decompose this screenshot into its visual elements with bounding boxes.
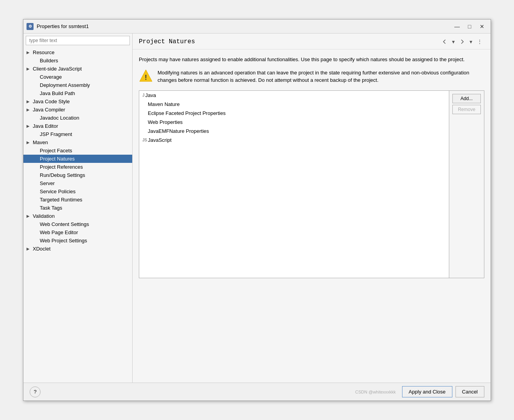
sidebar-item-label: Java Editor: [33, 123, 58, 129]
sidebar-item-label: Java Code Style: [33, 99, 70, 104]
main-window: ⚙ Properties for ssmtest1 — □ ✕ ▶Resourc…: [23, 19, 491, 401]
sidebar-item-run-debug-settings[interactable]: Run/Debug Settings: [23, 171, 132, 179]
sidebar-item-resource[interactable]: ▶Resource: [23, 48, 132, 56]
sidebar-item-java-code-style[interactable]: ▶Java Code Style: [23, 97, 132, 106]
bottom-bar: ? CSDN @whitexxxkkk Apply and Close Canc…: [23, 383, 491, 401]
sidebar-item-xdoclet[interactable]: ▶XDoclet: [23, 245, 132, 253]
expand-arrow: ▶: [27, 247, 32, 251]
sidebar-item-java-compiler[interactable]: ▶Java Compiler: [23, 106, 132, 114]
sidebar-item-java-build-path[interactable]: Java Build Path: [23, 89, 132, 97]
window-title: Properties for ssmtest1: [37, 23, 452, 29]
warning-triangle-svg: !: [139, 69, 153, 83]
nature-item-javascript[interactable]: JSJavaScript: [139, 136, 449, 145]
sidebar-item-targeted-runtimes[interactable]: Targeted Runtimes: [23, 196, 132, 204]
cancel-button[interactable]: Cancel: [456, 386, 484, 397]
more-options-button[interactable]: ⋮: [475, 37, 484, 46]
sidebar-item-validation[interactable]: ▶Validation: [23, 212, 132, 220]
sidebar-item-label: Validation: [33, 213, 55, 219]
sidebar-item-label: Coverage: [40, 74, 62, 80]
nature-item-java[interactable]: JJava: [139, 91, 449, 100]
sidebar: ▶Resource Builders▶Client-side JavaScrip…: [23, 34, 133, 383]
expand-arrow: ▶: [27, 124, 32, 128]
sidebar-item-label: Targeted Runtimes: [40, 197, 82, 203]
sidebar-item-label: Project Facets: [40, 148, 72, 154]
main-panel: Project Natures ▾ ▾ ⋮: [133, 34, 491, 383]
sidebar-item-label: XDoclet: [33, 246, 51, 252]
nature-item-web-properties[interactable]: Web Properties: [139, 118, 449, 127]
sidebar-item-label: Java Compiler: [33, 107, 65, 113]
content-area: ▶Resource Builders▶Client-side JavaScrip…: [23, 34, 491, 383]
sidebar-item-web-project-settings[interactable]: Web Project Settings: [23, 236, 132, 245]
sidebar-item-client-side-js[interactable]: ▶Client-side JavaScript: [23, 65, 132, 73]
warning-text: Modifying natures is an advanced operati…: [158, 69, 484, 84]
panel-content: Projects may have natures assigned to en…: [133, 49, 491, 383]
back-button[interactable]: [440, 38, 449, 46]
svg-text:!: !: [145, 74, 147, 81]
sidebar-item-maven[interactable]: ▶Maven: [23, 138, 132, 146]
nature-label: Web Properties: [148, 119, 183, 125]
watermark: CSDN @whitexxxkkk: [44, 389, 399, 395]
expand-arrow: ▶: [27, 50, 32, 55]
help-button[interactable]: ?: [30, 386, 41, 397]
sidebar-item-label: Web Page Editor: [40, 229, 78, 235]
minimize-button[interactable]: —: [452, 22, 463, 31]
sidebar-item-project-natures[interactable]: Project Natures: [23, 155, 132, 163]
nature-item-maven-nature[interactable]: Maven Nature: [139, 100, 449, 109]
natures-container: JJavaMaven NatureEclipse Faceted Project…: [139, 90, 484, 278]
forward-icon: [459, 39, 465, 44]
add-nature-button[interactable]: Add...: [452, 94, 481, 103]
sidebar-item-label: Maven: [33, 139, 48, 145]
window-icon: ⚙: [27, 23, 34, 30]
sidebar-item-service-policies[interactable]: Service Policies: [23, 187, 132, 196]
natures-list: JJavaMaven NatureEclipse Faceted Project…: [139, 91, 449, 278]
sidebar-item-web-page-editor[interactable]: Web Page Editor: [23, 228, 132, 236]
forward-button[interactable]: [457, 38, 467, 46]
title-bar: ⚙ Properties for ssmtest1 — □ ✕: [23, 19, 491, 34]
sidebar-item-web-content-settings[interactable]: Web Content Settings: [23, 220, 132, 228]
expand-arrow: ▶: [27, 67, 32, 71]
sidebar-item-task-tags[interactable]: Task Tags: [23, 204, 132, 212]
tree-area: ▶Resource Builders▶Client-side JavaScrip…: [23, 48, 132, 383]
nature-prefix: J: [142, 93, 145, 97]
sidebar-item-jsp-fragment[interactable]: JSP Fragment: [23, 130, 132, 138]
nature-label: JavaScript: [148, 137, 172, 143]
warning-box: ! Modifying natures is an advanced opera…: [139, 69, 484, 84]
filter-input[interactable]: [26, 36, 130, 45]
nav-controls: ▾ ▾ ⋮: [440, 37, 484, 46]
sidebar-item-java-editor[interactable]: ▶Java Editor: [23, 122, 132, 130]
back-dropdown-button[interactable]: ▾: [450, 37, 457, 46]
window-controls: — □ ✕: [452, 22, 487, 31]
nature-label: JavaEMFNature Properties: [148, 128, 209, 134]
nature-item-eclipse-faceted[interactable]: Eclipse Faceted Project Properties: [139, 109, 449, 118]
sidebar-item-label: Java Build Path: [40, 90, 75, 96]
nature-item-java-emf[interactable]: JavaEMFNature Properties: [139, 127, 449, 136]
expand-arrow: ▶: [27, 214, 32, 218]
sidebar-item-project-references[interactable]: Project References: [23, 163, 132, 171]
sidebar-item-coverage[interactable]: Coverage: [23, 73, 132, 81]
sidebar-item-project-facets[interactable]: Project Facets: [23, 146, 132, 155]
sidebar-item-label: Deployment Assembly: [40, 82, 90, 88]
forward-dropdown-button[interactable]: ▾: [468, 37, 474, 46]
sidebar-item-label: Project References: [40, 164, 83, 170]
sidebar-item-label: Javadoc Location: [40, 115, 79, 121]
sidebar-item-server[interactable]: Server: [23, 179, 132, 187]
remove-nature-button[interactable]: Remove: [452, 105, 481, 114]
sidebar-item-label: Builders: [40, 58, 58, 64]
back-icon: [442, 39, 447, 44]
sidebar-item-label: Resource: [33, 49, 55, 55]
sidebar-item-label: Web Content Settings: [40, 221, 89, 227]
sidebar-item-label: Web Project Settings: [40, 238, 87, 244]
sidebar-item-builders[interactable]: Builders: [23, 56, 132, 65]
expand-arrow: ▶: [27, 108, 32, 112]
panel-header: Project Natures ▾ ▾ ⋮: [133, 34, 491, 49]
close-button[interactable]: ✕: [477, 22, 487, 31]
warning-icon: !: [139, 69, 153, 83]
sidebar-item-deployment-assembly[interactable]: Deployment Assembly: [23, 81, 132, 89]
sidebar-item-javadoc-location[interactable]: Javadoc Location: [23, 114, 132, 122]
sidebar-item-label: Client-side JavaScript: [33, 66, 82, 72]
panel-title: Project Natures: [139, 38, 440, 45]
apply-close-button[interactable]: Apply and Close: [402, 386, 452, 397]
maximize-button[interactable]: □: [464, 22, 475, 31]
expand-arrow: ▶: [27, 99, 32, 104]
sidebar-item-label: Service Policies: [40, 189, 76, 194]
